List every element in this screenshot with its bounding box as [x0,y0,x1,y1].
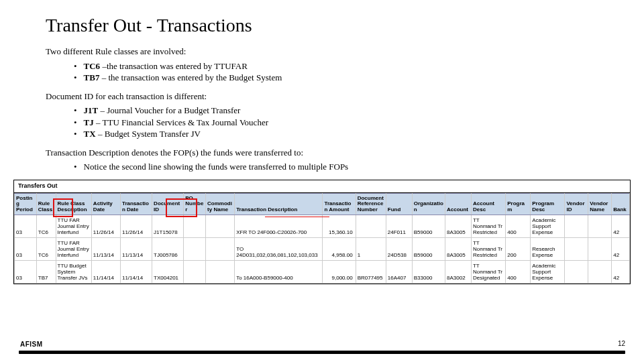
table-cell: TJ005786 [152,238,184,261]
table-header-cell: Organization [412,193,445,215]
table-cell: 16A407 [386,261,412,284]
table-header-cell: Activity Date [91,193,120,215]
bullet: TX – Budget System Transfer JV [74,128,610,140]
table-cell: TTU FAR Journal Entry Interfund [56,238,91,261]
table-cell: To 16A000-B59000-400 [235,261,323,284]
table-header-cell: Account [445,193,472,215]
table-header-cell: Transaction Date [120,193,152,215]
transfers-out-table: Transfers Out Posting PeriodRule ClassRu… [13,180,631,284]
table-cell: B59000 [412,238,445,261]
table-cell: 8A3005 [445,238,472,261]
table-cell: 11/26/14 [120,215,152,238]
table-header-cell: Document Reference Number [356,193,386,215]
table-cell [565,215,588,238]
table-header-cell: Document ID [152,193,184,215]
table-header-row: Posting PeriodRule ClassRule Class Descr… [15,193,630,215]
table-cell [206,215,235,238]
table-cell: 400 [506,261,531,284]
slide-footer: AFISM [0,337,644,354]
table-header-cell: Fund [386,193,412,215]
table-header-cell: Program Desc [531,193,565,215]
footer-logo: AFISM [19,341,43,348]
table-row: 03TB7TTU Budget System Transfer JVs11/14… [15,261,630,284]
table-cell: Academic Support Expense [531,215,565,238]
table-cell: 42 [612,215,630,238]
table-cell: TC6 [36,238,56,261]
table-cell: 4,958.00 [323,238,356,261]
table-row: 03TC6TTU FAR Journal Entry Interfund11/2… [15,215,630,238]
table-cell: 9,000.00 [323,261,356,284]
table-header-cell: Bank [612,193,630,215]
table-cell: 03 [15,215,37,238]
bullet: TJ – TTU Financial Services & Tax Journa… [74,117,610,129]
table-header-cell: Program [506,193,531,215]
table-caption: Transfers Out [14,180,630,193]
table-row: 03TC6TTU FAR Journal Entry Interfund11/1… [15,238,630,261]
table-cell [588,215,612,238]
table-cell [206,238,235,261]
table-cell [206,261,235,284]
table-cell: 42 [612,261,630,284]
table-header-cell: Account Desc [471,193,505,215]
section-lead: Two different Rule classes are involved: [46,46,610,58]
table-cell: BR077495 [356,261,386,284]
table-cell: 24F011 [386,215,412,238]
page-title: Transfer Out - Transactions [46,15,610,36]
table-cell: TT Nonmand Tr Restricted [471,238,505,261]
page-number: 12 [618,340,625,347]
table-cell: TT Nonmand Tr Restricted [471,215,505,238]
table-cell [565,261,588,284]
table-header-cell: Transaction Description [235,193,323,215]
table-cell: Research Expense [531,238,565,261]
table-cell: TTU Budget System Transfer JVs [56,261,91,284]
body-text: Two different Rule classes are involved:… [46,46,610,173]
table-cell: 400 [506,215,531,238]
table-cell [184,238,206,261]
table-header-cell: Posting Period [15,193,37,215]
table-cell: B33000 [412,261,445,284]
bullet: Notice the second line showing the funds… [74,161,610,173]
table-cell: 8A3002 [445,261,472,284]
table-header-cell: Vendor ID [565,193,588,215]
table-cell [588,238,612,261]
table-cell: 42 [612,238,630,261]
table-cell: TX004201 [152,261,184,284]
table-cell: 11/13/14 [91,238,120,261]
table-cell: 03 [15,261,37,284]
table-header-cell: PO Number [184,193,206,215]
bullet: TC6 –the transaction was entered by TTUF… [74,60,610,72]
table-cell: TO 24D031,032,036,081,102,103,033 [235,238,323,261]
table-cell: TTU FAR Journal Entry Interfund [56,215,91,238]
table-header-cell: Rule Class [36,193,56,215]
footer-bar [19,351,625,354]
section-lead: Document ID for each transaction is diff… [46,90,610,103]
bullet: J1T – Journal Voucher for a Budget Trans… [74,105,610,117]
table-header-cell: Vendor Name [588,193,612,215]
table-cell [184,261,206,284]
table-cell: 11/13/14 [120,238,152,261]
table-cell: 8A3005 [445,215,472,238]
table-cell [565,238,588,261]
bullet: TB7 – the transaction was entered by the… [74,72,610,84]
section-lead: Transaction Description denotes the FOP(… [46,147,610,159]
table-cell [588,261,612,284]
table-cell: TB7 [36,261,56,284]
table-cell: TC6 [36,215,56,238]
table-cell: XFR TO 24F000-C20026-700 [235,215,323,238]
table-cell: 24D538 [386,238,412,261]
table-cell: 11/26/14 [91,215,120,238]
table-cell: 03 [15,238,37,261]
table-cell: J1T15078 [152,215,184,238]
table-cell [184,215,206,238]
table-cell: TT Nonmand Tr Designated [471,261,505,284]
table-cell: 11/14/14 [120,261,152,284]
table-cell: 11/14/14 [91,261,120,284]
table-cell: B59000 [412,215,445,238]
table-cell: 200 [506,238,531,261]
table-cell: 15,360.10 [323,215,356,238]
table-cell: Academic Support Expense [531,261,565,284]
table-header-cell: Transaction Amount [323,193,356,215]
table-cell: 1 [356,238,386,261]
table-header-cell: Rule Class Description [56,193,91,215]
table-cell [356,215,386,238]
